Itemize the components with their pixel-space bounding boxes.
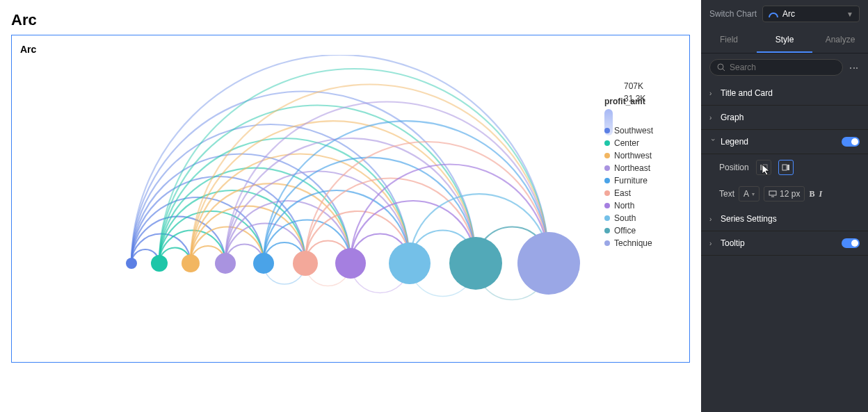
- monitor-icon: [769, 190, 777, 197]
- legend-item[interactable]: Northwest: [604, 151, 681, 160]
- page-title: Arc: [11, 11, 690, 29]
- legend-swatch: [604, 203, 610, 208]
- chevron-right-icon: ›: [709, 215, 716, 223]
- switch-chart-select[interactable]: Arc ▼: [762, 6, 860, 22]
- tab-style[interactable]: Style: [757, 28, 812, 53]
- svg-rect-2: [760, 165, 762, 170]
- chart-node[interactable]: [293, 251, 318, 276]
- legend-text-row: Text A ▾ 12 px B I: [701, 181, 868, 207]
- chart-node[interactable]: [449, 237, 502, 290]
- legend-swatch: [604, 190, 610, 196]
- legend-label: Furniture: [614, 176, 648, 186]
- legend-swatch: [604, 228, 610, 233]
- chevron-right-icon: ›: [709, 114, 716, 122]
- bold-button[interactable]: B: [809, 189, 814, 199]
- font-family-select[interactable]: A ▾: [739, 186, 760, 201]
- search-input[interactable]: Search: [709, 59, 843, 76]
- svg-point-0: [718, 64, 723, 69]
- legend-item[interactable]: South: [604, 213, 681, 223]
- legend-item[interactable]: East: [604, 188, 681, 198]
- position-left-button[interactable]: [756, 160, 771, 175]
- chart-node[interactable]: [253, 253, 274, 274]
- chart-node[interactable]: [151, 255, 168, 272]
- legend-toggle[interactable]: [842, 137, 860, 147]
- tooltip-toggle[interactable]: [842, 238, 860, 248]
- legend-label: East: [614, 188, 631, 198]
- legend-swatch: [604, 215, 610, 221]
- chevron-right-icon: ›: [709, 90, 716, 97]
- legend-label: Northwest: [614, 151, 652, 160]
- switch-chart-label: Switch Chart: [709, 9, 757, 19]
- font-size-select[interactable]: 12 px: [764, 186, 805, 201]
- legend-label: South: [614, 213, 636, 223]
- arc-icon: [769, 9, 778, 19]
- card-title: Arc: [20, 44, 681, 55]
- legend-item[interactable]: Southwest: [604, 126, 681, 135]
- text-label: Text: [719, 189, 734, 199]
- tab-analyze[interactable]: Analyze: [812, 28, 868, 53]
- svg-rect-6: [769, 191, 776, 195]
- legend-item[interactable]: North: [604, 201, 681, 211]
- chevron-down-icon: ▼: [846, 10, 853, 18]
- legend-label: Northeast: [614, 163, 650, 173]
- legend-swatch: [604, 165, 610, 171]
- legend-swatch: [604, 240, 610, 246]
- tabs: Field Style Analyze: [701, 28, 868, 53]
- legend-swatch: [604, 178, 610, 183]
- position-right-button[interactable]: [778, 160, 794, 175]
- arc-chart: [20, 55, 604, 354]
- section-series-settings[interactable]: › Series Settings: [701, 207, 868, 231]
- legend-max: 707K: [624, 80, 645, 92]
- legend-swatch: [604, 153, 610, 158]
- legend-label: Office: [614, 226, 636, 236]
- legend-item[interactable]: Furniture: [604, 176, 681, 186]
- legend-label: North: [614, 201, 634, 211]
- legend-label: Technique: [614, 238, 652, 248]
- svg-rect-5: [787, 165, 789, 170]
- legend-swatch: [604, 128, 610, 133]
- position-left-icon: [760, 163, 768, 172]
- chart-node[interactable]: [389, 242, 431, 284]
- section-legend[interactable]: › Legend: [701, 130, 868, 154]
- tab-field[interactable]: Field: [701, 28, 757, 53]
- chart-node[interactable]: [335, 248, 366, 279]
- section-title-card[interactable]: › Title and Card: [701, 81, 868, 106]
- chart-node[interactable]: [182, 254, 200, 272]
- legend: profit_amt 707K 31.3K SouthwestCenterNor…: [604, 55, 681, 354]
- search-icon: [717, 63, 725, 72]
- legend-label: Center: [614, 138, 639, 148]
- chart-node[interactable]: [126, 258, 137, 269]
- more-icon[interactable]: ⋮: [849, 63, 860, 72]
- legend-item[interactable]: Office: [604, 226, 681, 236]
- position-label: Position: [719, 163, 749, 172]
- legend-swatch: [604, 140, 610, 146]
- chart-node[interactable]: [517, 232, 580, 295]
- chart-card: Arc profit_amt 707K 31.3K SouthwestCente…: [11, 35, 690, 363]
- chevron-down-icon: ›: [709, 138, 717, 145]
- legend-min: 31.3K: [624, 92, 645, 105]
- svg-rect-3: [763, 165, 767, 170]
- section-graph[interactable]: › Graph: [701, 106, 868, 130]
- legend-label: Southwest: [614, 126, 653, 135]
- svg-line-1: [723, 69, 725, 71]
- legend-item[interactable]: Center: [604, 138, 681, 148]
- italic-button[interactable]: I: [819, 189, 822, 199]
- legend-item[interactable]: Northeast: [604, 163, 681, 173]
- style-sidepanel: Switch Chart Arc ▼ Field Style Analyze S…: [701, 0, 868, 412]
- position-right-icon: [782, 163, 790, 172]
- chart-node[interactable]: [215, 253, 236, 274]
- legend-position-row: Position: [701, 154, 868, 181]
- svg-rect-4: [782, 165, 787, 170]
- legend-item[interactable]: Technique: [604, 238, 681, 248]
- chevron-right-icon: ›: [709, 240, 716, 247]
- section-tooltip[interactable]: › Tooltip: [701, 231, 868, 256]
